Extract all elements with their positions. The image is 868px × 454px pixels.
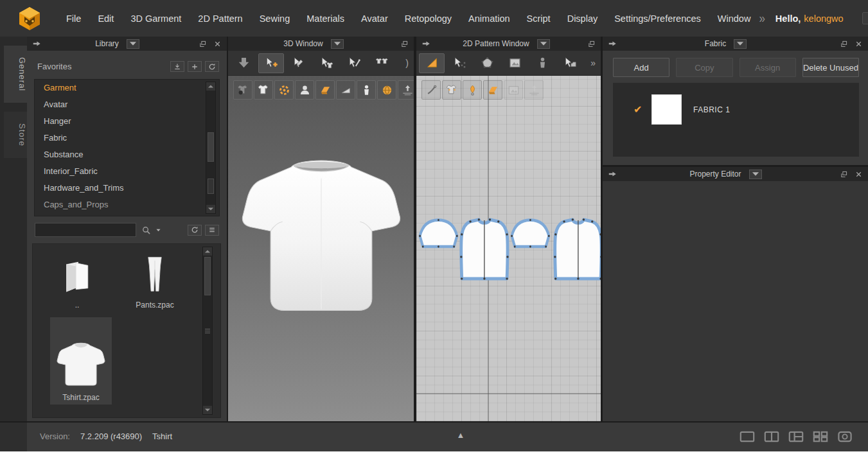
toolbar-button[interactable]	[811, 429, 829, 444]
toolbar-button[interactable]	[314, 53, 339, 73]
panel-menu-button[interactable]	[127, 39, 139, 49]
menu-item[interactable]: 2D Pattern	[190, 10, 251, 28]
fabric-action-button[interactable]: Delete Unused	[802, 58, 859, 77]
menu-item[interactable]: Avatar	[353, 10, 396, 28]
float-panel-icon[interactable]	[587, 40, 596, 48]
3d-viewport-canvas[interactable]	[228, 76, 414, 421]
toolbar-button[interactable]	[315, 80, 335, 100]
browser-scrollbar[interactable]	[202, 247, 213, 415]
library-file-item[interactable]: Pants.zpac	[118, 247, 192, 312]
username[interactable]: kelongwo	[804, 13, 843, 24]
scroll-down-icon[interactable]	[206, 205, 215, 213]
toolbar-button[interactable]	[738, 429, 756, 444]
fabric-action-button[interactable]: Assign	[740, 58, 796, 77]
toolbar-button[interactable]	[419, 53, 445, 73]
mini-button[interactable]	[170, 61, 184, 72]
mini-button[interactable]	[205, 225, 219, 236]
toolbar-button[interactable]	[442, 80, 461, 100]
scrollbar-thumb[interactable]	[208, 132, 214, 162]
toolbar-button[interactable]	[421, 80, 441, 100]
toolbar-button[interactable]	[524, 80, 544, 100]
close-panel-icon[interactable]	[213, 40, 222, 48]
pattern-pieces[interactable]	[416, 214, 601, 286]
minimize-button[interactable]: −	[862, 12, 868, 24]
menu-item[interactable]: Materials	[298, 10, 353, 28]
toolbar-button[interactable]	[369, 53, 394, 73]
dock-pin-icon[interactable]	[607, 39, 617, 48]
close-panel-icon[interactable]	[854, 40, 864, 48]
side-tab[interactable]: Store	[4, 112, 27, 158]
scroll-down-icon[interactable]	[203, 406, 212, 414]
menu-item[interactable]: Display	[559, 10, 607, 28]
fabric-swatch[interactable]	[651, 94, 682, 125]
menu-item[interactable]: File	[58, 10, 89, 28]
toolbar-button[interactable]	[233, 80, 252, 100]
menu-item[interactable]: Settings/Preferences	[606, 10, 709, 28]
favorites-item[interactable]: Avatar	[35, 96, 219, 113]
favorites-item[interactable]: Hardware_and_Trims	[35, 180, 219, 196]
dock-pin-icon[interactable]	[31, 39, 42, 48]
toolbar-button[interactable]	[274, 80, 294, 100]
menu-item[interactable]: Window	[709, 10, 759, 28]
toolbar-button[interactable]	[483, 80, 502, 100]
fabric-action-button[interactable]: Copy	[676, 58, 732, 77]
toolbar-button[interactable]	[286, 53, 312, 73]
toolbar-button[interactable]	[254, 80, 273, 100]
menu-item[interactable]: 3D Garment	[122, 10, 190, 28]
fabric-action-button[interactable]: Add	[613, 58, 669, 77]
menu-overflow-chevron[interactable]: »	[759, 11, 765, 26]
toolbar-button[interactable]	[463, 80, 482, 100]
toolbar-overflow-chevron[interactable]: »	[590, 58, 598, 68]
scroll-up-icon[interactable]	[206, 82, 215, 91]
dock-pin-icon[interactable]	[421, 39, 431, 48]
toolbar-button[interactable]	[231, 53, 256, 73]
toolbar-button[interactable]	[836, 429, 854, 444]
panel-menu-button[interactable]	[537, 39, 550, 49]
toolbar-button[interactable]	[502, 53, 527, 73]
library-file-item[interactable]: ..	[42, 250, 112, 312]
scrollbar-thumb[interactable]	[204, 257, 211, 295]
menu-item[interactable]: Animation	[460, 10, 518, 28]
menu-item[interactable]: Script	[518, 10, 559, 28]
close-panel-icon[interactable]	[854, 170, 864, 179]
toolbar-button[interactable]	[398, 80, 414, 100]
menu-item[interactable]: Retopology	[396, 10, 460, 28]
panel-menu-button[interactable]	[734, 39, 747, 49]
mini-button[interactable]	[188, 61, 202, 72]
favorites-item[interactable]: Substance	[35, 146, 219, 163]
favorites-item[interactable]: Garment	[35, 80, 219, 96]
toolbar-button[interactable]	[447, 53, 472, 73]
toolbar-overflow-chevron[interactable]: )	[405, 58, 411, 68]
side-tab[interactable]: General	[4, 46, 27, 103]
dock-pin-icon[interactable]	[607, 170, 617, 179]
library-file-item[interactable]: Tshirt.zpac	[50, 317, 112, 405]
toolbar-button[interactable]	[557, 53, 583, 73]
toolbar-button[interactable]	[295, 80, 314, 100]
favorites-item[interactable]: Hanger	[35, 113, 219, 130]
search-filter-caret-icon[interactable]	[155, 227, 162, 234]
menu-item[interactable]: Edit	[89, 10, 122, 28]
toolbar-button[interactable]	[763, 429, 781, 444]
toolbar-button[interactable]	[787, 429, 805, 444]
mini-button[interactable]	[205, 61, 219, 72]
scroll-up-icon[interactable]	[203, 247, 212, 256]
float-panel-icon[interactable]	[400, 40, 409, 48]
favorites-item[interactable]: Caps_and_Props	[35, 196, 219, 213]
panel-menu-button[interactable]	[749, 170, 762, 179]
mini-button[interactable]	[188, 225, 202, 236]
float-panel-icon[interactable]	[839, 170, 849, 179]
float-panel-icon[interactable]	[839, 40, 849, 48]
panel-menu-button[interactable]	[331, 39, 344, 49]
expand-timeline-button[interactable]: ▲	[452, 430, 470, 443]
menu-item[interactable]: Sewing	[251, 10, 299, 28]
toolbar-button[interactable]	[341, 53, 367, 73]
favorites-item[interactable]: Fabric	[35, 130, 219, 146]
toolbar-button[interactable]	[258, 53, 284, 73]
toolbar-button[interactable]	[357, 80, 376, 100]
search-input[interactable]	[35, 223, 136, 237]
toolbar-button[interactable]	[336, 80, 355, 100]
float-panel-icon[interactable]	[198, 40, 208, 48]
fabric-list-item[interactable]: ✔ FABRIC 1	[613, 83, 859, 125]
toolbar-button[interactable]	[474, 53, 500, 73]
favorites-scrollbar[interactable]	[206, 82, 216, 214]
